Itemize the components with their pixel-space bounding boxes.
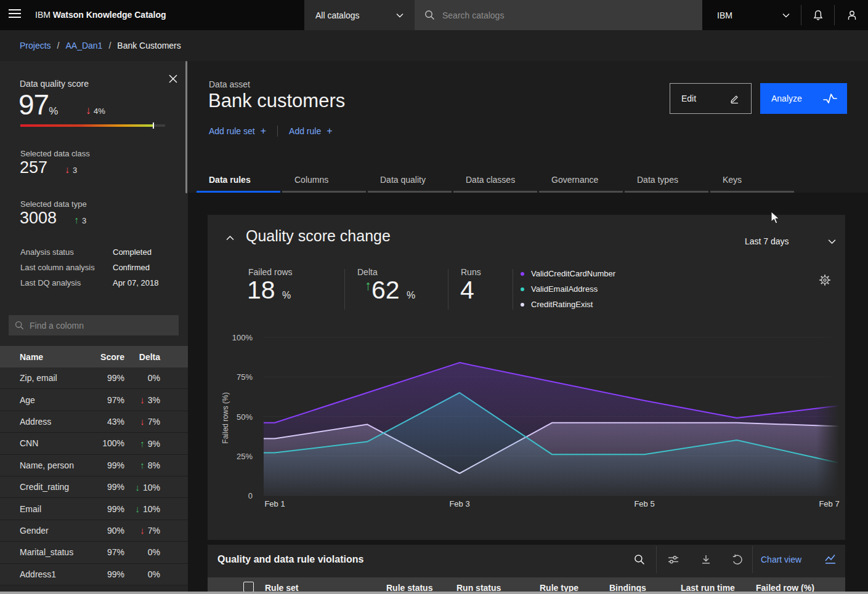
legend-item-CreditRatingExist[interactable]: CreditRatingExist <box>521 297 615 312</box>
legend-ring-icon <box>521 287 524 291</box>
arrow-down-icon: ↓ <box>135 504 140 514</box>
legend-ring-icon <box>521 272 524 276</box>
meta-last-dq-analysis: Last DQ analysisApr 07, 2018 <box>20 278 174 287</box>
chevron-down-icon <box>396 13 404 18</box>
arrow-down-icon: ↓ <box>140 525 145 536</box>
search-icon <box>424 10 435 20</box>
search-input[interactable] <box>442 10 664 20</box>
column-row-name-person[interactable]: Name, person99%↑8% <box>0 455 188 476</box>
failed-rows-value: 18 % <box>247 276 291 305</box>
header-name: Name <box>0 352 80 362</box>
tab-underline <box>197 191 280 193</box>
tab-governance[interactable]: Governance <box>538 171 624 193</box>
find-column-input[interactable] <box>30 321 165 331</box>
runs-value: 4 <box>460 276 474 305</box>
sidebar-scrollbar[interactable] <box>185 61 187 193</box>
meta-last-column-analysis: Last column analysisConfirmed <box>20 263 174 272</box>
column-name: Marital_status <box>0 547 80 557</box>
bottom-edge-strip <box>0 592 868 594</box>
x-tick-label: Feb 3 <box>435 499 484 508</box>
column-name: Age <box>0 395 80 405</box>
column-delta: ↓7% <box>124 416 175 427</box>
breadcrumb-item[interactable]: AA_Dan1 <box>65 41 102 50</box>
notifications-button[interactable] <box>801 0 834 30</box>
tab-underline <box>625 191 708 193</box>
column-score: 99% <box>80 460 124 470</box>
column-row-address1[interactable]: Address199%0% <box>0 564 188 585</box>
breadcrumb-item[interactable]: Projects <box>20 41 51 50</box>
reset-icon[interactable] <box>729 552 745 568</box>
filter-icon[interactable] <box>665 552 681 568</box>
menu-icon[interactable] <box>9 9 21 20</box>
tab-data-rules[interactable]: Data rules <box>196 171 282 193</box>
legend-item-ValidCreditCardNumber[interactable]: ValidCreditCardNumber <box>521 266 615 281</box>
asset-type-label: Data asset <box>209 79 250 89</box>
tab-keys[interactable]: Keys <box>710 171 795 193</box>
column-row-zip-email[interactable]: Zip, email99%0% <box>0 367 188 389</box>
tab-data-quality[interactable]: Data quality <box>367 171 453 193</box>
column-delta: 0% <box>124 373 175 383</box>
collapse-caret-icon[interactable] <box>222 231 237 246</box>
edit-pencil-icon <box>729 94 740 104</box>
column-row-age[interactable]: Age97%↓3% <box>0 389 188 411</box>
tab-data-types[interactable]: Data types <box>624 171 710 193</box>
column-delta: 0% <box>124 547 175 557</box>
series-area-ValidCreditCardNumber <box>264 363 840 496</box>
find-column-search <box>9 315 179 335</box>
column-name: Address <box>0 417 80 427</box>
quality-line-chart <box>264 337 840 496</box>
edit-button[interactable]: Edit <box>670 83 752 114</box>
chevron-down-icon <box>782 13 790 18</box>
quality-score-label: Data quality score <box>20 79 89 89</box>
breadcrumb-separator: / <box>108 41 111 50</box>
data-type-delta: ↑3 <box>74 215 86 226</box>
gear-icon[interactable] <box>819 274 832 287</box>
column-name: Credit_rating <box>0 482 80 492</box>
column-score: 99% <box>80 504 124 514</box>
column-row-marital-status[interactable]: Marital_status97%0% <box>0 542 188 563</box>
analyze-button[interactable]: Analyze <box>760 83 847 114</box>
column-row-gender[interactable]: Gender90%↓7% <box>0 520 188 542</box>
chart-view-toggle[interactable]: Chart view <box>761 555 801 564</box>
chart-legend: ValidCreditCardNumberValidEmailAddressCr… <box>521 266 615 312</box>
divider <box>513 269 513 310</box>
legend-item-ValidEmailAddress[interactable]: ValidEmailAddress <box>521 281 615 297</box>
arrow-down-icon: ↓ <box>135 482 140 492</box>
bell-icon <box>812 9 824 22</box>
time-range-selector[interactable]: Last 7 days <box>745 233 836 249</box>
column-row-email[interactable]: Email99%↓10% <box>0 498 188 520</box>
chart-view-icon[interactable] <box>824 553 837 565</box>
divider <box>752 546 753 573</box>
catalog-selector[interactable]: All catalogs <box>304 0 415 30</box>
column-score: 97% <box>80 547 124 557</box>
top-navigation-bar: IBM Watson Knowledge Catalog All catalog… <box>0 0 868 30</box>
arrow-down-icon: ↓ <box>86 104 91 116</box>
column-delta: ↑8% <box>124 460 175 470</box>
close-icon[interactable] <box>166 72 180 86</box>
tab-columns[interactable]: Columns <box>282 171 367 193</box>
select-all-checkbox[interactable] <box>243 582 254 592</box>
column-score: 99% <box>80 482 124 492</box>
arrow-up-icon: ↑ <box>140 438 145 449</box>
tab-data-classes[interactable]: Data classes <box>453 171 538 193</box>
column-row-credit-rating[interactable]: Credit_rating99%↓10% <box>0 476 188 498</box>
add-rule-link[interactable]: Add rule+ <box>289 126 333 137</box>
add-rule-set-link[interactable]: Add rule set+ <box>209 126 266 137</box>
chart-title: Quality score change <box>246 227 391 245</box>
column-name: Address1 <box>0 569 80 579</box>
quality-score-bar <box>20 124 165 127</box>
column-score: 99% <box>80 569 124 579</box>
column-name: Email <box>0 504 80 514</box>
download-icon[interactable] <box>698 552 714 568</box>
column-delta: ↓10% <box>124 504 175 514</box>
search-icon[interactable] <box>631 552 647 568</box>
account-dropdown[interactable]: IBM <box>702 0 801 30</box>
profile-button[interactable] <box>835 0 868 30</box>
tab-label: Keys <box>723 175 742 185</box>
column-row-cnn[interactable]: CNN100%↑9% <box>0 433 188 454</box>
column-name: Name, person <box>0 460 80 470</box>
tab-label: Data classes <box>466 175 515 185</box>
legend-label: ValidCreditCardNumber <box>531 269 615 278</box>
catalog-search <box>415 0 702 30</box>
column-row-address[interactable]: Address43%↓7% <box>0 411 188 433</box>
